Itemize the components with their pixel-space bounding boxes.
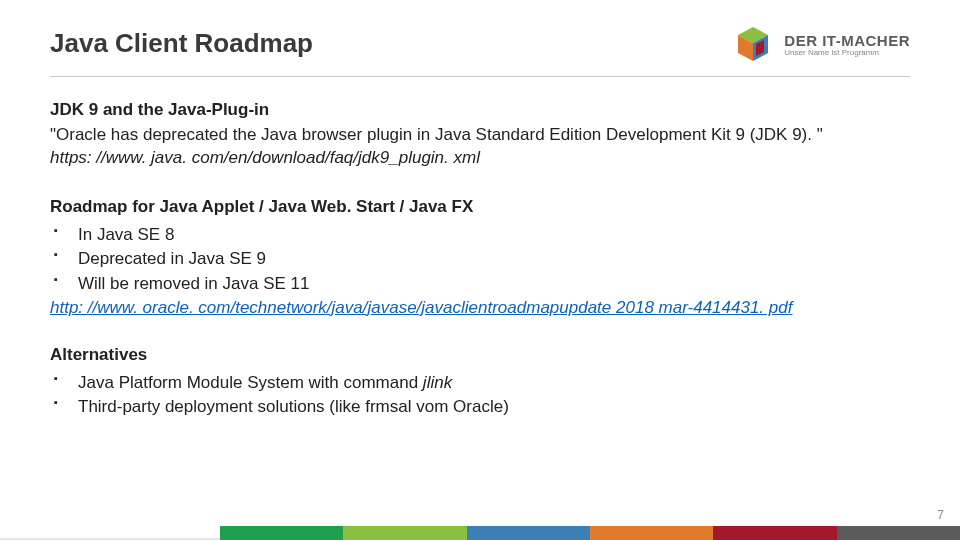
brand-text: DER IT-MACHER Unser Name ist Programm (784, 33, 910, 57)
list-item: Java Platform Module System with command… (50, 371, 910, 396)
footer-segment-red (713, 526, 836, 540)
roadmap-pdf-link[interactable]: http: //www. oracle. com/technetwork/jav… (50, 298, 792, 317)
section-heading-jdk9: JDK 9 and the Java-Plug-in (50, 99, 910, 122)
cube-icon (732, 24, 774, 66)
roadmap-list: In Java SE 8 Deprecated in Java SE 9 Wil… (50, 223, 910, 297)
list-item: Third-party deployment solutions (like f… (50, 395, 910, 420)
page-title: Java Client Roadmap (50, 28, 313, 59)
jdk9-source-url: https: //www. java. com/en/download/faq/… (50, 147, 910, 170)
footer-segment-blank (0, 526, 220, 540)
footer-segment-gray (837, 526, 960, 540)
list-item: Deprecated in Java SE 9 (50, 247, 910, 272)
list-item: In Java SE 8 (50, 223, 910, 248)
alt-item-prefix: Third-party deployment solutions (like f… (78, 397, 509, 416)
title-divider (50, 76, 910, 77)
jdk9-quote: "Oracle has deprecated the Java browser … (50, 124, 910, 147)
footer-segment-green (220, 526, 343, 540)
brand-tagline: Unser Name ist Programm (784, 49, 910, 57)
slide: Java Client Roadmap DER IT-MACHER Unser … (0, 0, 960, 540)
footer-segment-orange (590, 526, 713, 540)
page-number: 7 (937, 508, 944, 522)
content: JDK 9 and the Java-Plug-in "Oracle has d… (50, 99, 910, 420)
header: Java Client Roadmap DER IT-MACHER Unser … (50, 28, 910, 66)
section-heading-roadmap: Roadmap for Java Applet / Java Web. Star… (50, 196, 910, 219)
alt-item-em: jlink (423, 373, 452, 392)
footer-color-bar (0, 526, 960, 540)
footer-segment-lime (343, 526, 466, 540)
section-heading-alternatives: Alternatives (50, 344, 910, 367)
list-item: Will be removed in Java SE 11 (50, 272, 910, 297)
footer-segment-blue (467, 526, 590, 540)
brand-logo: DER IT-MACHER Unser Name ist Programm (732, 24, 910, 66)
alternatives-list: Java Platform Module System with command… (50, 371, 910, 420)
alt-item-prefix: Java Platform Module System with command (78, 373, 423, 392)
brand-name: DER IT-MACHER (784, 33, 910, 49)
